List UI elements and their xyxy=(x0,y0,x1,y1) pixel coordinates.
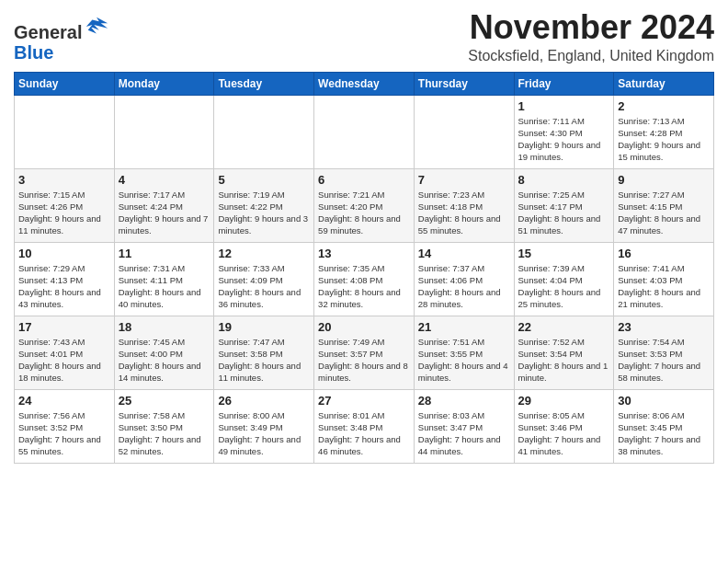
calendar-week-row: 24Sunrise: 7:56 AM Sunset: 3:52 PM Dayli… xyxy=(15,389,714,463)
logo: General Blue xyxy=(14,13,109,63)
calendar-cell: 8Sunrise: 7:25 AM Sunset: 4:17 PM Daylig… xyxy=(514,168,614,242)
calendar-cell: 15Sunrise: 7:39 AM Sunset: 4:04 PM Dayli… xyxy=(514,242,614,316)
day-info: Sunrise: 7:29 AM Sunset: 4:13 PM Dayligh… xyxy=(18,262,110,311)
day-number: 6 xyxy=(318,173,410,187)
day-info: Sunrise: 7:23 AM Sunset: 4:18 PM Dayligh… xyxy=(418,189,510,237)
calendar-week-row: 17Sunrise: 7:43 AM Sunset: 4:01 PM Dayli… xyxy=(15,316,714,389)
day-number: 12 xyxy=(218,247,310,260)
month-title: November 2024 xyxy=(468,9,714,46)
day-info: Sunrise: 7:35 AM Sunset: 4:08 PM Dayligh… xyxy=(318,262,410,311)
calendar-cell xyxy=(414,95,514,168)
day-info: Sunrise: 7:37 AM Sunset: 4:06 PM Dayligh… xyxy=(418,262,510,311)
day-number: 7 xyxy=(418,173,510,187)
calendar-cell: 4Sunrise: 7:17 AM Sunset: 4:24 PM Daylig… xyxy=(114,168,214,242)
calendar-cell: 1Sunrise: 7:11 AM Sunset: 4:30 PM Daylig… xyxy=(514,95,614,168)
weekday-header-thursday: Thursday xyxy=(414,72,514,95)
calendar-week-row: 10Sunrise: 7:29 AM Sunset: 4:13 PM Dayli… xyxy=(15,242,714,316)
day-info: Sunrise: 7:31 AM Sunset: 4:11 PM Dayligh… xyxy=(119,262,210,311)
calendar-header-row: SundayMondayTuesdayWednesdayThursdayFrid… xyxy=(15,72,714,95)
day-info: Sunrise: 7:45 AM Sunset: 4:00 PM Dayligh… xyxy=(119,336,210,385)
calendar-cell: 28Sunrise: 8:03 AM Sunset: 3:47 PM Dayli… xyxy=(414,389,514,463)
calendar-cell: 18Sunrise: 7:45 AM Sunset: 4:00 PM Dayli… xyxy=(114,316,214,389)
day-info: Sunrise: 8:00 AM Sunset: 3:49 PM Dayligh… xyxy=(218,409,310,458)
calendar-cell: 27Sunrise: 8:01 AM Sunset: 3:48 PM Dayli… xyxy=(314,389,415,463)
day-info: Sunrise: 7:19 AM Sunset: 4:22 PM Dayligh… xyxy=(218,189,310,237)
day-number: 2 xyxy=(618,99,710,113)
day-info: Sunrise: 7:33 AM Sunset: 4:09 PM Dayligh… xyxy=(218,262,310,311)
day-number: 8 xyxy=(518,173,610,187)
calendar-cell: 7Sunrise: 7:23 AM Sunset: 4:18 PM Daylig… xyxy=(414,168,514,242)
weekday-header-saturday: Saturday xyxy=(614,72,714,95)
calendar-cell: 3Sunrise: 7:15 AM Sunset: 4:26 PM Daylig… xyxy=(15,168,115,242)
day-number: 11 xyxy=(119,247,210,260)
day-number: 13 xyxy=(318,247,410,260)
day-info: Sunrise: 8:03 AM Sunset: 3:47 PM Dayligh… xyxy=(418,409,510,458)
day-number: 10 xyxy=(18,247,110,260)
day-number: 28 xyxy=(418,394,510,408)
calendar-cell: 21Sunrise: 7:51 AM Sunset: 3:55 PM Dayli… xyxy=(414,316,514,389)
day-number: 29 xyxy=(518,394,610,408)
day-info: Sunrise: 7:15 AM Sunset: 4:26 PM Dayligh… xyxy=(18,189,110,237)
day-number: 23 xyxy=(618,320,710,334)
calendar-cell: 6Sunrise: 7:21 AM Sunset: 4:20 PM Daylig… xyxy=(314,168,415,242)
calendar-cell: 13Sunrise: 7:35 AM Sunset: 4:08 PM Dayli… xyxy=(314,242,415,316)
calendar-cell: 29Sunrise: 8:05 AM Sunset: 3:46 PM Dayli… xyxy=(514,389,614,463)
day-info: Sunrise: 7:47 AM Sunset: 3:58 PM Dayligh… xyxy=(218,336,310,385)
calendar-cell: 22Sunrise: 7:52 AM Sunset: 3:54 PM Dayli… xyxy=(514,316,614,389)
calendar-cell: 12Sunrise: 7:33 AM Sunset: 4:09 PM Dayli… xyxy=(214,242,314,316)
day-info: Sunrise: 7:49 AM Sunset: 3:57 PM Dayligh… xyxy=(318,336,410,385)
calendar-cell: 11Sunrise: 7:31 AM Sunset: 4:11 PM Dayli… xyxy=(114,242,214,316)
day-info: Sunrise: 7:41 AM Sunset: 4:03 PM Dayligh… xyxy=(618,262,710,311)
day-number: 1 xyxy=(518,99,610,113)
logo-bird-icon xyxy=(84,13,109,39)
day-number: 30 xyxy=(618,394,710,408)
day-info: Sunrise: 7:25 AM Sunset: 4:17 PM Dayligh… xyxy=(518,189,610,237)
day-info: Sunrise: 7:11 AM Sunset: 4:30 PM Dayligh… xyxy=(518,115,610,164)
day-info: Sunrise: 7:21 AM Sunset: 4:20 PM Dayligh… xyxy=(318,189,410,237)
day-number: 3 xyxy=(18,173,110,187)
calendar-cell: 26Sunrise: 8:00 AM Sunset: 3:49 PM Dayli… xyxy=(214,389,314,463)
calendar-table: SundayMondayTuesdayWednesdayThursdayFrid… xyxy=(14,72,714,464)
calendar-cell: 25Sunrise: 7:58 AM Sunset: 3:50 PM Dayli… xyxy=(114,389,214,463)
day-info: Sunrise: 7:52 AM Sunset: 3:54 PM Dayligh… xyxy=(518,336,610,385)
calendar-cell xyxy=(114,95,214,168)
weekday-header-friday: Friday xyxy=(514,72,614,95)
day-number: 4 xyxy=(119,173,210,187)
calendar-cell: 30Sunrise: 8:06 AM Sunset: 3:45 PM Dayli… xyxy=(614,389,714,463)
day-info: Sunrise: 7:54 AM Sunset: 3:53 PM Dayligh… xyxy=(618,336,710,385)
location-text: Stocksfield, England, United Kingdom xyxy=(468,48,714,64)
calendar-cell: 10Sunrise: 7:29 AM Sunset: 4:13 PM Dayli… xyxy=(15,242,115,316)
day-number: 24 xyxy=(18,394,110,408)
logo-blue-text: Blue xyxy=(14,42,53,63)
day-number: 27 xyxy=(318,394,410,408)
day-number: 26 xyxy=(218,394,310,408)
day-info: Sunrise: 7:39 AM Sunset: 4:04 PM Dayligh… xyxy=(518,262,610,311)
day-number: 16 xyxy=(618,247,710,260)
weekday-header-sunday: Sunday xyxy=(15,72,115,95)
calendar-cell: 17Sunrise: 7:43 AM Sunset: 4:01 PM Dayli… xyxy=(15,316,115,389)
day-info: Sunrise: 7:43 AM Sunset: 4:01 PM Dayligh… xyxy=(18,336,110,385)
day-info: Sunrise: 7:17 AM Sunset: 4:24 PM Dayligh… xyxy=(119,189,210,237)
calendar-cell: 19Sunrise: 7:47 AM Sunset: 3:58 PM Dayli… xyxy=(214,316,314,389)
day-info: Sunrise: 7:58 AM Sunset: 3:50 PM Dayligh… xyxy=(119,409,210,458)
calendar-week-row: 1Sunrise: 7:11 AM Sunset: 4:30 PM Daylig… xyxy=(15,95,714,168)
day-number: 5 xyxy=(218,173,310,187)
title-area: November 2024 Stocksfield, England, Unit… xyxy=(468,9,714,64)
svg-marker-0 xyxy=(86,17,108,34)
day-number: 20 xyxy=(318,320,410,334)
day-number: 18 xyxy=(119,320,210,334)
day-info: Sunrise: 7:56 AM Sunset: 3:52 PM Dayligh… xyxy=(18,409,110,458)
weekday-header-tuesday: Tuesday xyxy=(214,72,314,95)
calendar-cell: 9Sunrise: 7:27 AM Sunset: 4:15 PM Daylig… xyxy=(614,168,714,242)
day-number: 15 xyxy=(518,247,610,260)
calendar-cell xyxy=(314,95,415,168)
calendar-week-row: 3Sunrise: 7:15 AM Sunset: 4:26 PM Daylig… xyxy=(15,168,714,242)
day-info: Sunrise: 8:06 AM Sunset: 3:45 PM Dayligh… xyxy=(618,409,710,458)
calendar-cell: 23Sunrise: 7:54 AM Sunset: 3:53 PM Dayli… xyxy=(614,316,714,389)
calendar-cell xyxy=(214,95,314,168)
day-number: 14 xyxy=(418,247,510,260)
day-number: 9 xyxy=(618,173,710,187)
day-number: 22 xyxy=(518,320,610,334)
day-info: Sunrise: 8:05 AM Sunset: 3:46 PM Dayligh… xyxy=(518,409,610,458)
calendar-cell: 14Sunrise: 7:37 AM Sunset: 4:06 PM Dayli… xyxy=(414,242,514,316)
